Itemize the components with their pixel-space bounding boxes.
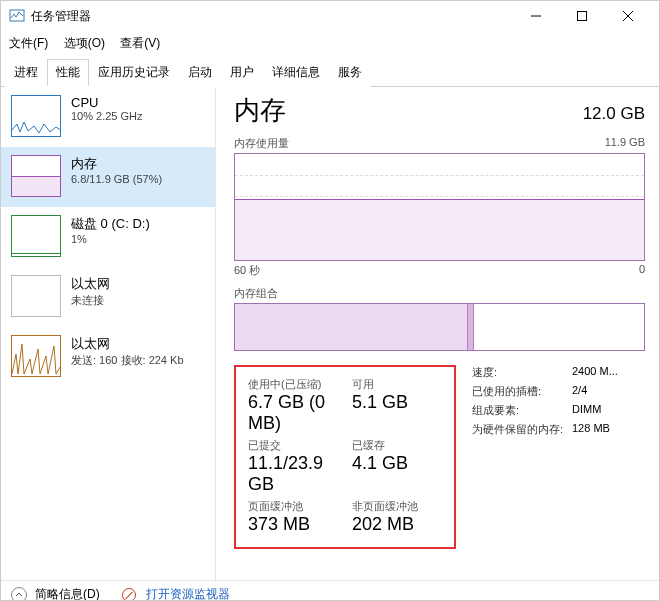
sidebar-item-ethernet-1[interactable]: 以太网 未连接 bbox=[1, 267, 215, 327]
tab-details[interactable]: 详细信息 bbox=[263, 59, 329, 87]
sidebar-eth1-sub: 未连接 bbox=[71, 293, 110, 308]
meta-slots-value: 2/4 bbox=[572, 384, 587, 399]
detail-pane: 内存 12.0 GB 内存使用量 11.9 GB 60 秒 0 内存组合 bbox=[216, 87, 659, 580]
maximize-button[interactable] bbox=[559, 1, 605, 31]
meta-hw-value: 128 MB bbox=[572, 422, 610, 437]
resource-monitor-icon bbox=[122, 588, 136, 602]
usage-label: 内存使用量 bbox=[234, 136, 289, 151]
stat-cached-label: 已缓存 bbox=[352, 438, 442, 453]
tab-services[interactable]: 服务 bbox=[329, 59, 371, 87]
memory-usage-graph[interactable] bbox=[234, 153, 645, 261]
menu-options[interactable]: 选项(O) bbox=[60, 33, 109, 54]
menu-view[interactable]: 查看(V) bbox=[116, 33, 164, 54]
sidebar-disk-sub: 1% bbox=[71, 233, 150, 245]
meta-slots-label: 已使用的插槽: bbox=[472, 384, 572, 399]
ethernet2-thumbnail bbox=[11, 335, 61, 377]
meta-form-label: 组成要素: bbox=[472, 403, 572, 418]
tab-users[interactable]: 用户 bbox=[221, 59, 263, 87]
meta-form-value: DIMM bbox=[572, 403, 601, 418]
stat-cached-value: 4.1 GB bbox=[352, 453, 442, 474]
tab-performance[interactable]: 性能 bbox=[47, 59, 89, 87]
stat-commit-label: 已提交 bbox=[248, 438, 338, 453]
usage-max: 11.9 GB bbox=[605, 136, 645, 151]
meta-speed-label: 速度: bbox=[472, 365, 572, 380]
svg-rect-2 bbox=[578, 12, 587, 21]
sidebar: CPU 10% 2.25 GHz 内存 6.8/11.9 GB (57%) 磁盘… bbox=[1, 87, 216, 580]
sidebar-cpu-title: CPU bbox=[71, 95, 143, 110]
meta-speed-value: 2400 M... bbox=[572, 365, 618, 380]
sidebar-item-cpu[interactable]: CPU 10% 2.25 GHz bbox=[1, 87, 215, 147]
stats-highlighted-box: 使用中(已压缩) 6.7 GB (0 MB) 可用 5.1 GB 已提交 11.… bbox=[234, 365, 456, 549]
stat-avail-value: 5.1 GB bbox=[352, 392, 442, 413]
stat-paged-value: 373 MB bbox=[248, 514, 338, 535]
sidebar-disk-title: 磁盘 0 (C: D:) bbox=[71, 215, 150, 233]
sidebar-eth2-sub: 发送: 160 接收: 224 Kb bbox=[71, 353, 184, 368]
open-resource-monitor-link[interactable]: 打开资源监视器 bbox=[146, 586, 230, 601]
close-button[interactable] bbox=[605, 1, 651, 31]
brief-info-link[interactable]: 简略信息(D) bbox=[35, 586, 100, 601]
tab-processes[interactable]: 进程 bbox=[5, 59, 47, 87]
sidebar-cpu-sub: 10% 2.25 GHz bbox=[71, 110, 143, 122]
chevron-up-icon[interactable] bbox=[11, 587, 27, 602]
window-title: 任务管理器 bbox=[31, 8, 513, 25]
sidebar-item-ethernet-2[interactable]: 以太网 发送: 160 接收: 224 Kb bbox=[1, 327, 215, 387]
stat-nonpaged-value: 202 MB bbox=[352, 514, 442, 535]
sidebar-item-disk[interactable]: 磁盘 0 (C: D:) 1% bbox=[1, 207, 215, 267]
cpu-thumbnail bbox=[11, 95, 61, 137]
memory-meta: 速度: 2400 M... 已使用的插槽: 2/4 组成要素: DIMM 为硬件… bbox=[472, 365, 618, 549]
sidebar-memory-title: 内存 bbox=[71, 155, 162, 173]
menu-bar: 文件(F) 选项(O) 查看(V) bbox=[1, 31, 659, 58]
graph-x-left: 60 秒 bbox=[234, 263, 260, 278]
sidebar-item-memory[interactable]: 内存 6.8/11.9 GB (57%) bbox=[1, 147, 215, 207]
stat-commit-value: 11.1/23.9 GB bbox=[248, 453, 338, 495]
ethernet1-thumbnail bbox=[11, 275, 61, 317]
stat-nonpaged-label: 非页面缓冲池 bbox=[352, 499, 442, 514]
detail-title: 内存 bbox=[234, 93, 286, 128]
memory-composition-graph[interactable] bbox=[234, 303, 645, 351]
memory-thumbnail bbox=[11, 155, 61, 197]
sidebar-eth1-title: 以太网 bbox=[71, 275, 110, 293]
content-area: CPU 10% 2.25 GHz 内存 6.8/11.9 GB (57%) 磁盘… bbox=[1, 87, 659, 580]
title-bar: 任务管理器 bbox=[1, 1, 659, 31]
menu-file[interactable]: 文件(F) bbox=[5, 33, 52, 54]
tab-bar: 进程 性能 应用历史记录 启动 用户 详细信息 服务 bbox=[1, 58, 659, 87]
composition-label: 内存组合 bbox=[234, 286, 278, 301]
graph-x-right: 0 bbox=[639, 263, 645, 278]
footer-bar: 简略信息(D) 打开资源监视器 bbox=[1, 580, 659, 601]
meta-hw-label: 为硬件保留的内存: bbox=[472, 422, 572, 437]
stat-paged-label: 页面缓冲池 bbox=[248, 499, 338, 514]
tab-app-history[interactable]: 应用历史记录 bbox=[89, 59, 179, 87]
minimize-button[interactable] bbox=[513, 1, 559, 31]
stat-inuse-value: 6.7 GB (0 MB) bbox=[248, 392, 338, 434]
stat-inuse-label: 使用中(已压缩) bbox=[248, 377, 338, 392]
app-icon bbox=[9, 8, 25, 24]
disk-thumbnail bbox=[11, 215, 61, 257]
tab-startup[interactable]: 启动 bbox=[179, 59, 221, 87]
stat-avail-label: 可用 bbox=[352, 377, 442, 392]
detail-total: 12.0 GB bbox=[583, 104, 645, 124]
sidebar-eth2-title: 以太网 bbox=[71, 335, 184, 353]
sidebar-memory-sub: 6.8/11.9 GB (57%) bbox=[71, 173, 162, 185]
